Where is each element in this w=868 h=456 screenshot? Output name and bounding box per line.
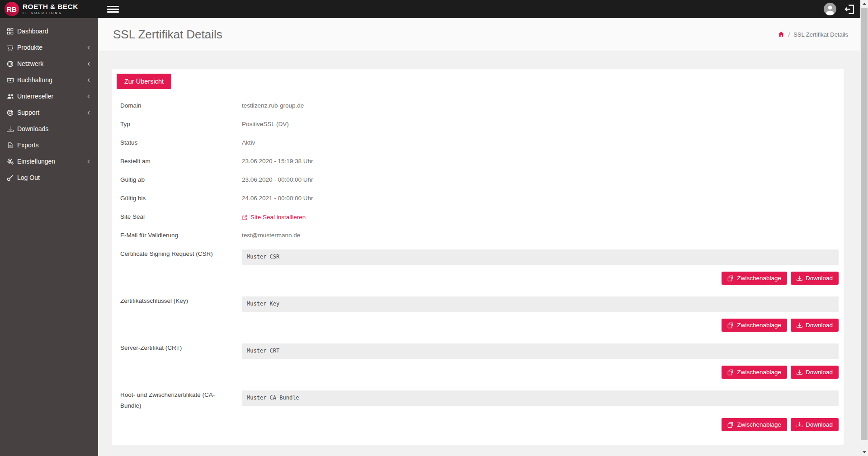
scrollbar-down-arrow[interactable] bbox=[860, 448, 868, 456]
detail-row: Typ PositiveSSL (DV) bbox=[117, 120, 839, 130]
logout-icon[interactable] bbox=[844, 3, 856, 15]
copy-icon bbox=[727, 322, 734, 329]
breadcrumb: / SSL Zertifikat Details bbox=[778, 31, 848, 38]
detail-row-email: E-Mail für Validierung test@mustermann.d… bbox=[117, 231, 839, 241]
sidebar-item-buchhaltung[interactable]: Buchhaltung bbox=[0, 72, 98, 88]
brand-name: ROETH & BECK bbox=[23, 3, 78, 10]
sidebar-item-label: Exports bbox=[17, 141, 91, 149]
download-button[interactable]: Download bbox=[791, 418, 839, 431]
site-seal-link-label: Site Seal installieren bbox=[250, 213, 306, 222]
sidebar-item-logout[interactable]: Log Out bbox=[0, 169, 98, 186]
field-value: 23.06.2020 - 15:19:38 Uhr bbox=[242, 157, 313, 167]
scrollbar-thumb[interactable] bbox=[861, 8, 868, 440]
field-label: Server-Zertifikat (CRT) bbox=[120, 343, 242, 359]
breadcrumb-separator: / bbox=[788, 31, 790, 38]
globe-icon bbox=[6, 61, 14, 67]
download-icon bbox=[797, 422, 802, 428]
back-to-overview-button[interactable]: Zur Übersicht bbox=[117, 74, 171, 89]
field-label: Status bbox=[120, 137, 242, 148]
chevron-left-icon bbox=[86, 77, 91, 83]
chevron-left-icon bbox=[86, 110, 91, 116]
download-button-label: Download bbox=[806, 322, 833, 329]
download-button-label: Download bbox=[806, 421, 833, 428]
sidebar-item-label: Einstellungen bbox=[17, 158, 86, 165]
field-value: PositiveSSL (DV) bbox=[242, 120, 289, 130]
csr-textarea[interactable]: Muster CSR bbox=[242, 249, 839, 265]
life-ring-icon bbox=[6, 109, 14, 116]
copy-icon bbox=[727, 422, 734, 428]
sidebar-item-downloads[interactable]: Downloads bbox=[0, 121, 98, 137]
user-avatar-icon[interactable] bbox=[824, 3, 836, 15]
content-header: SSL Zertifikat Details / SSL Zertifikat … bbox=[98, 18, 860, 51]
copy-to-clipboard-button[interactable]: Zwischenablage bbox=[722, 272, 787, 285]
field-label: Typ bbox=[120, 119, 242, 130]
download-button[interactable]: Download bbox=[791, 366, 839, 379]
content-body: Zur Übersicht Domain testlizenz.rub-grou… bbox=[98, 51, 860, 456]
sidebar-item-label: Downloads bbox=[17, 125, 91, 132]
download-button-label: Download bbox=[806, 275, 833, 282]
detail-row: Status Aktiv bbox=[117, 138, 839, 148]
sidebar-item-produkte[interactable]: Produkte bbox=[0, 39, 98, 56]
sidebar-item-label: Log Out bbox=[17, 174, 91, 181]
ca-bundle-textarea[interactable]: Muster CA-Bundle bbox=[242, 390, 839, 406]
copy-to-clipboard-button[interactable]: Zwischenablage bbox=[722, 366, 787, 379]
field-label: Bestellt am bbox=[120, 156, 242, 167]
copy-to-clipboard-button[interactable]: Zwischenablage bbox=[722, 319, 787, 332]
field-label: Certificate Signing Request (CSR) bbox=[120, 249, 242, 265]
sidebar-item-support[interactable]: Support bbox=[0, 104, 98, 121]
field-label: Domain bbox=[120, 100, 242, 111]
detail-row: Gültig bis 24.06.2021 - 00:00:00 Uhr bbox=[117, 194, 839, 204]
field-value: 24.06.2021 - 00:00:00 Uhr bbox=[242, 194, 313, 204]
brand-monogram: RB bbox=[7, 5, 17, 13]
cert-group-crt: Server-Zertifikat (CRT) Muster CRT Zwisc… bbox=[117, 343, 839, 379]
field-label: Gültig ab bbox=[120, 174, 242, 185]
copy-button-label: Zwischenablage bbox=[737, 369, 781, 376]
crt-textarea[interactable]: Muster CRT bbox=[242, 343, 839, 359]
field-label: Zertifikatsschlüssel (Key) bbox=[120, 296, 242, 312]
field-value: test@mustermann.de bbox=[242, 231, 300, 241]
file-icon bbox=[6, 142, 14, 149]
sidebar-item-dashboard[interactable]: Dashboard bbox=[0, 23, 98, 39]
field-value: Aktiv bbox=[242, 138, 255, 148]
copy-icon bbox=[727, 369, 734, 376]
download-button[interactable]: Download bbox=[791, 272, 839, 285]
page: RB ROETH & BECK IT SOLUTIONS bbox=[0, 0, 868, 456]
field-label: E-Mail für Validierung bbox=[120, 230, 242, 241]
sidebar-item-label: Support bbox=[17, 109, 86, 116]
scrollbar bbox=[860, 0, 868, 456]
copy-button-label: Zwischenablage bbox=[737, 322, 781, 329]
cert-group-ca-bundle: Root- und Zwischenzertifikate (CA-Bundle… bbox=[117, 390, 839, 431]
copy-button-label: Zwischenablage bbox=[737, 275, 781, 282]
cert-group-key: Zertifikatsschlüssel (Key) Muster Key Zw… bbox=[117, 296, 839, 332]
brand-mark-icon: RB bbox=[4, 1, 19, 17]
site-seal-install-link[interactable]: Site Seal installieren bbox=[242, 212, 306, 222]
sidebar-item-netzwerk[interactable]: Netzwerk bbox=[0, 56, 98, 72]
hamburger-menu-icon[interactable] bbox=[107, 6, 119, 13]
detail-row: Domain testlizenz.rub-group.de bbox=[117, 101, 839, 111]
sidebar-item-exports[interactable]: Exports bbox=[0, 137, 98, 153]
key-textarea[interactable]: Muster Key bbox=[242, 296, 839, 312]
sidebar-item-einstellungen[interactable]: Einstellungen bbox=[0, 153, 98, 169]
field-label: Root- und Zwischenzertifikate (CA-Bundle… bbox=[120, 390, 242, 411]
sidebar: Dashboard Produkte Netzwerk bbox=[0, 18, 98, 456]
download-icon bbox=[6, 126, 14, 132]
download-button[interactable]: Download bbox=[791, 319, 839, 332]
page-title: SSL Zertifikat Details bbox=[113, 28, 222, 42]
copy-to-clipboard-button[interactable]: Zwischenablage bbox=[722, 418, 787, 431]
scrollbar-up-arrow[interactable] bbox=[860, 0, 868, 8]
chevron-left-icon bbox=[86, 61, 91, 67]
topbar: RB ROETH & BECK IT SOLUTIONS bbox=[0, 0, 860, 18]
cart-icon bbox=[6, 44, 14, 51]
download-icon bbox=[797, 322, 802, 328]
field-label: Gültig bis bbox=[120, 193, 242, 204]
home-icon[interactable] bbox=[778, 31, 784, 38]
sidebar-item-unterreseller[interactable]: Unterreseller bbox=[0, 88, 98, 104]
field-label: Site Seal bbox=[120, 212, 242, 222]
dashboard-grid-icon bbox=[6, 28, 14, 35]
detail-row: Gültig ab 23.06.2020 - 00:00:00 Uhr bbox=[117, 175, 839, 185]
users-icon bbox=[6, 93, 14, 100]
brand-logo[interactable]: RB ROETH & BECK IT SOLUTIONS bbox=[0, 0, 98, 18]
download-button-label: Download bbox=[806, 369, 833, 376]
sidebar-item-label: Netzwerk bbox=[17, 60, 86, 67]
external-link-icon bbox=[242, 215, 248, 221]
